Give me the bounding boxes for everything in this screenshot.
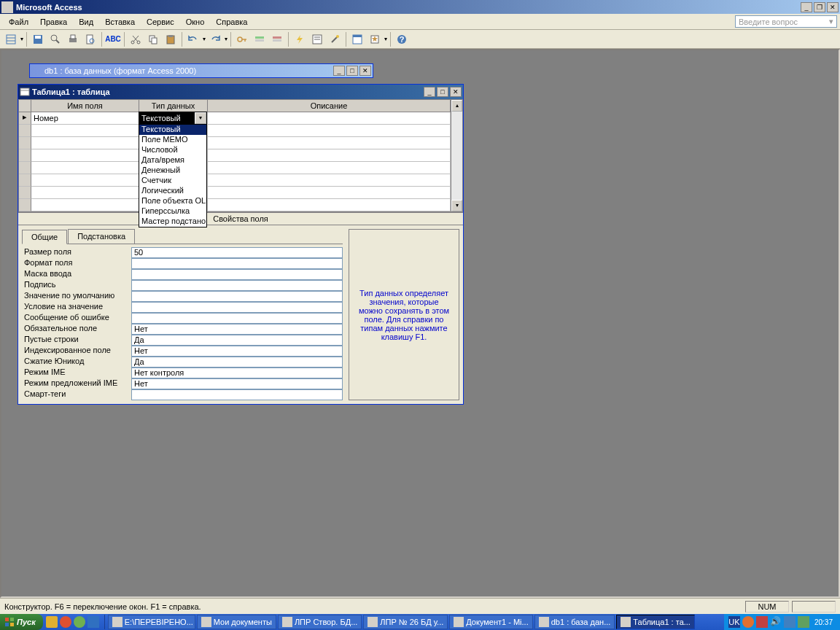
tray-icon[interactable] [784, 616, 796, 628]
redo-button[interactable] [207, 31, 223, 47]
field-desc-cell[interactable] [208, 199, 451, 211]
field-name-cell[interactable] [31, 199, 139, 211]
preview-button[interactable] [82, 31, 98, 47]
row-selector[interactable]: ▸ [19, 112, 31, 125]
db-window[interactable]: db1 : база данных (формат Access 2000) _… [29, 63, 373, 78]
field-name-cell[interactable] [31, 174, 139, 187]
tray-icon[interactable] [798, 616, 809, 628]
field-name-cell[interactable]: Номер [31, 112, 139, 125]
col-header-name[interactable]: Имя поля [31, 100, 139, 112]
datatype-option[interactable]: Счетчик [139, 176, 206, 186]
field-desc-cell[interactable] [208, 149, 451, 162]
db-close-button[interactable]: ✕ [359, 66, 371, 76]
scroll-up-button[interactable]: ▴ [451, 100, 462, 112]
minimize-button[interactable]: _ [801, 2, 812, 12]
language-indicator[interactable]: UK [728, 616, 740, 628]
view-dropdown[interactable]: ▾ [20, 36, 23, 42]
row-selector[interactable] [19, 199, 31, 211]
quicklaunch-icon[interactable] [46, 616, 58, 628]
volume-icon[interactable]: 🔊 [770, 616, 782, 628]
table-minimize-button[interactable]: _ [424, 87, 435, 97]
field-desc-cell[interactable] [208, 112, 451, 125]
field-desc-cell[interactable] [208, 162, 451, 174]
field-name-cell[interactable] [31, 137, 139, 149]
property-value[interactable]: 50 [131, 247, 343, 258]
taskbar-button[interactable]: db1 : база дан... [534, 615, 615, 629]
datatype-option[interactable]: Поле МЕМО [139, 135, 206, 145]
insert-rows-button[interactable] [252, 31, 268, 47]
taskbar-button[interactable]: Документ1 - Mi... [449, 615, 532, 629]
menu-edit[interactable]: Правка [34, 16, 73, 28]
menu-window[interactable]: Окно [180, 16, 211, 28]
property-value[interactable] [131, 313, 343, 324]
table-window-titlebar[interactable]: Таблица1 : таблица _ □ ✕ [18, 85, 463, 99]
copy-button[interactable] [145, 31, 161, 47]
help-button[interactable]: ? [394, 31, 410, 47]
search-button[interactable] [47, 31, 63, 47]
row-selector-header[interactable] [19, 100, 31, 112]
property-value[interactable]: Да [131, 335, 343, 346]
taskbar-button[interactable]: Мои документы [197, 615, 276, 629]
property-value[interactable]: Нет [131, 346, 343, 357]
quicklaunch-icon[interactable] [60, 616, 71, 628]
menu-file[interactable]: Файл [3, 16, 34, 28]
row-selector[interactable] [19, 162, 31, 174]
row-selector[interactable] [19, 125, 31, 137]
restore-button[interactable]: ❐ [814, 2, 825, 12]
datatype-option[interactable]: Поле объекта OLE [139, 196, 206, 206]
property-value[interactable] [131, 291, 343, 302]
taskbar-button[interactable]: E:\ПЕРЕВІРЕНО... [108, 615, 195, 629]
new-object-button[interactable]: ★ [367, 31, 383, 47]
tray-icon[interactable] [742, 616, 754, 628]
row-selector[interactable] [19, 137, 31, 149]
undo-button[interactable] [185, 31, 201, 47]
menu-help[interactable]: Справка [210, 16, 253, 28]
taskbar-button[interactable]: ЛПР № 26 БД у... [363, 615, 448, 629]
quicklaunch-icon[interactable] [88, 616, 99, 628]
row-selector[interactable] [19, 149, 31, 162]
spelling-button[interactable]: ABC [105, 31, 121, 47]
property-value[interactable]: Да [131, 357, 343, 368]
grid-scrollbar[interactable]: ▴ ▾ [451, 100, 462, 211]
menu-tools[interactable]: Сервис [141, 16, 180, 28]
tab-general[interactable]: Общие [22, 230, 67, 244]
build-button[interactable] [327, 31, 343, 47]
property-value[interactable] [131, 302, 343, 313]
ask-question-box[interactable]: Введите вопрос ▾ [735, 15, 837, 28]
dropdown-arrow-button[interactable]: ▾ [195, 112, 206, 124]
indexes-button[interactable] [292, 31, 308, 47]
datatype-option[interactable]: Логический [139, 186, 206, 196]
field-name-cell[interactable] [31, 125, 139, 137]
taskbar-button[interactable]: Таблица1 : та... [616, 615, 695, 629]
property-value[interactable]: Нет [131, 324, 343, 335]
taskbar-button[interactable]: ЛПР Створ. БД... [278, 615, 362, 629]
db-minimize-button[interactable]: _ [333, 66, 345, 76]
menu-insert[interactable]: Вставка [99, 16, 141, 28]
properties-button[interactable] [309, 31, 325, 47]
datatype-option[interactable]: Гиперссылка [139, 206, 206, 217]
save-button[interactable] [30, 31, 46, 47]
property-value[interactable]: Нет контроля [131, 368, 343, 378]
paste-button[interactable] [163, 31, 179, 47]
datatype-selected[interactable]: Текстовый ▾ [139, 112, 206, 125]
row-selector[interactable] [19, 174, 31, 187]
property-value[interactable] [131, 269, 343, 280]
field-name-cell[interactable] [31, 187, 139, 199]
tab-lookup[interactable]: Подстановка [68, 229, 135, 244]
datatype-option[interactable]: Текстовый [139, 125, 206, 135]
field-desc-cell[interactable] [208, 125, 451, 137]
datatype-option[interactable]: Денежный [139, 166, 206, 176]
field-desc-cell[interactable] [208, 174, 451, 187]
field-desc-cell[interactable] [208, 187, 451, 199]
datatype-option[interactable]: Дата/время [139, 155, 206, 166]
undo-dropdown[interactable]: ▾ [203, 36, 206, 42]
table-maximize-button[interactable]: □ [437, 87, 448, 97]
field-name-cell[interactable] [31, 162, 139, 174]
row-selector[interactable] [19, 187, 31, 199]
property-value[interactable] [131, 389, 343, 400]
start-button[interactable]: Пуск [0, 614, 43, 630]
new-object-dropdown[interactable]: ▾ [384, 36, 387, 42]
close-button[interactable]: ✕ [827, 2, 839, 12]
scroll-down-button[interactable]: ▾ [451, 200, 462, 211]
datatype-option[interactable]: Мастер подстано [139, 217, 206, 227]
